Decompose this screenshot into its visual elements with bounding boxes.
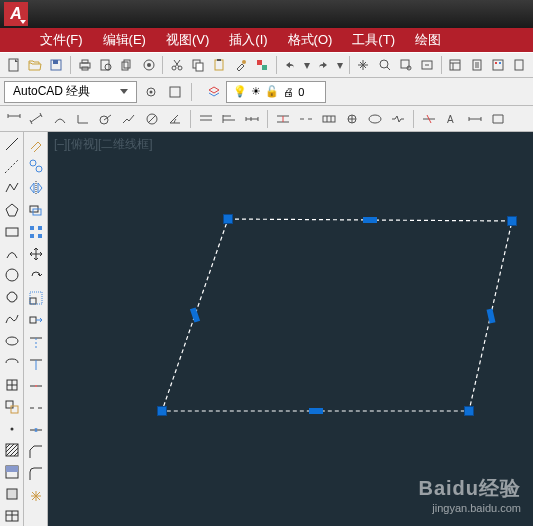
menu-format[interactable]: 格式(O) — [288, 31, 333, 49]
mirror-icon[interactable] — [26, 178, 46, 198]
dropdown-icon[interactable]: ▾ — [335, 55, 345, 75]
paste-icon[interactable] — [210, 55, 229, 75]
stretch-icon[interactable] — [26, 310, 46, 330]
center-mark-icon[interactable] — [342, 109, 362, 129]
spline-icon[interactable] — [2, 309, 22, 329]
break-point-icon[interactable] — [26, 376, 46, 396]
polyline-icon[interactable] — [2, 178, 22, 198]
tool-palette-icon[interactable] — [488, 55, 507, 75]
dim-jogged-icon[interactable] — [119, 109, 139, 129]
grip-corner[interactable] — [507, 216, 517, 226]
erase-icon[interactable] — [26, 134, 46, 154]
dim-edit-icon[interactable] — [419, 109, 439, 129]
dim-style-icon[interactable] — [488, 109, 508, 129]
menu-file[interactable]: 文件(F) — [40, 31, 83, 49]
fillet-icon[interactable] — [26, 464, 46, 484]
circle-icon[interactable] — [2, 265, 22, 285]
copy-icon[interactable] — [188, 55, 207, 75]
match-icon[interactable] — [231, 55, 250, 75]
make-block-icon[interactable] — [2, 397, 22, 417]
grip-mid[interactable] — [363, 217, 377, 223]
rectangle-icon[interactable] — [2, 222, 22, 242]
move-icon[interactable] — [26, 244, 46, 264]
arc-icon[interactable] — [2, 243, 22, 263]
dim-linear-icon[interactable] — [4, 109, 24, 129]
rotate-icon[interactable] — [26, 266, 46, 286]
break-icon[interactable] — [26, 398, 46, 418]
explode-icon[interactable] — [26, 486, 46, 506]
ellipse-icon[interactable] — [2, 331, 22, 351]
selection-shape[interactable] — [48, 132, 533, 526]
grip-mid[interactable] — [309, 408, 323, 414]
menu-edit[interactable]: 编辑(E) — [103, 31, 146, 49]
scale-icon[interactable] — [26, 288, 46, 308]
offset-icon[interactable] — [26, 200, 46, 220]
preview-icon[interactable] — [96, 55, 115, 75]
dim-diameter-icon[interactable] — [142, 109, 162, 129]
pan-icon[interactable] — [354, 55, 373, 75]
plot-icon[interactable] — [139, 55, 158, 75]
sheet-icon[interactable] — [467, 55, 486, 75]
dim-radius-icon[interactable] — [96, 109, 116, 129]
drawing-canvas[interactable]: [–][俯视][二维线框] Baidu经验 jingyan.baidu.com — [48, 132, 533, 526]
inspect-icon[interactable] — [365, 109, 385, 129]
dropdown-icon[interactable]: ▾ — [302, 55, 312, 75]
dim-ordinate-icon[interactable] — [73, 109, 93, 129]
hatch-icon[interactable] — [2, 440, 22, 460]
line-icon[interactable] — [2, 134, 22, 154]
menu-draw[interactable]: 绘图 — [415, 31, 441, 49]
zoom-icon[interactable] — [375, 55, 394, 75]
undo-icon[interactable] — [281, 55, 300, 75]
insert-block-icon[interactable] — [2, 375, 22, 395]
dim-angular-icon[interactable] — [165, 109, 185, 129]
array-icon[interactable] — [26, 222, 46, 242]
ellipse-arc-icon[interactable] — [2, 353, 22, 373]
menu-view[interactable]: 视图(V) — [166, 31, 209, 49]
revcloud-icon[interactable] — [2, 287, 22, 307]
dim-arc-icon[interactable] — [50, 109, 70, 129]
table-icon[interactable] — [2, 506, 22, 526]
redo-icon[interactable] — [314, 55, 333, 75]
block-icon[interactable] — [252, 55, 271, 75]
point-icon[interactable] — [2, 419, 22, 439]
app-logo[interactable] — [4, 2, 28, 26]
new-icon[interactable] — [4, 55, 23, 75]
chamfer-icon[interactable] — [26, 442, 46, 462]
dim-break-icon[interactable] — [296, 109, 316, 129]
workspace-select[interactable]: AutoCAD 经典 — [4, 81, 137, 103]
grip-corner[interactable] — [223, 214, 233, 224]
join-icon[interactable] — [26, 420, 46, 440]
trim-icon[interactable] — [26, 332, 46, 352]
properties-icon[interactable] — [446, 55, 465, 75]
grip-corner[interactable] — [157, 406, 167, 416]
copy-tool-icon[interactable] — [26, 156, 46, 176]
dim-baseline-icon[interactable] — [219, 109, 239, 129]
extend-icon[interactable] — [26, 354, 46, 374]
dim-aligned-icon[interactable] — [27, 109, 47, 129]
workspace-save-icon[interactable] — [165, 82, 185, 102]
open-icon[interactable] — [25, 55, 44, 75]
jogged-linear-icon[interactable] — [388, 109, 408, 129]
polygon-icon[interactable] — [2, 200, 22, 220]
layer-select[interactable]: 💡 ☀ 🔓 🖨 0 — [226, 81, 326, 103]
calc-icon[interactable] — [510, 55, 529, 75]
zoom-prev-icon[interactable] — [418, 55, 437, 75]
gear-icon[interactable] — [141, 82, 161, 102]
dim-quick-icon[interactable] — [196, 109, 216, 129]
xline-icon[interactable] — [2, 156, 22, 176]
dim-text-edit-icon[interactable]: A — [442, 109, 462, 129]
gradient-icon[interactable] — [2, 462, 22, 482]
menu-insert[interactable]: 插入(I) — [229, 31, 267, 49]
dim-space-icon[interactable] — [273, 109, 293, 129]
dim-continue-icon[interactable] — [242, 109, 262, 129]
save-icon[interactable] — [47, 55, 66, 75]
print-icon[interactable] — [75, 55, 94, 75]
layer-manager-icon[interactable] — [204, 82, 224, 102]
cut-icon[interactable] — [167, 55, 186, 75]
zoom-window-icon[interactable] — [396, 55, 415, 75]
dim-update-icon[interactable] — [465, 109, 485, 129]
region-icon[interactable] — [2, 484, 22, 504]
tolerance-icon[interactable] — [319, 109, 339, 129]
menu-tools[interactable]: 工具(T) — [352, 31, 395, 49]
grip-corner[interactable] — [464, 406, 474, 416]
